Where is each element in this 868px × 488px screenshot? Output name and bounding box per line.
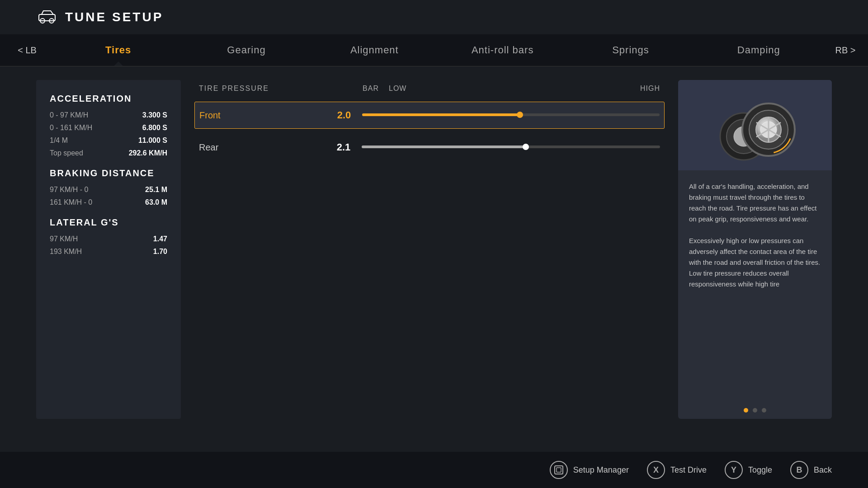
stat-row-topspeed: Top speed 292.6 KM/H (50, 149, 167, 157)
rear-slider-fill (362, 145, 526, 148)
high-label: HIGH (601, 84, 660, 93)
tab-antiroll[interactable]: Anti-roll bars (439, 34, 566, 66)
info-image-area (678, 80, 832, 170)
stat-row-0-97: 0 - 97 KM/H 3.300 S (50, 111, 167, 119)
stat-row-lat-193: 193 KM/H 1.70 (50, 248, 167, 256)
car-icon (36, 8, 58, 26)
toggle-label: Toggle (748, 465, 772, 475)
dot-3[interactable] (762, 408, 766, 413)
info-description: All of a car's handling, acceleration, a… (678, 170, 832, 402)
svg-rect-14 (555, 466, 563, 474)
back-button[interactable]: B Back (790, 461, 832, 479)
b-button-icon: B (790, 461, 808, 479)
front-slider-fill (362, 113, 520, 116)
stat-row-lat-97: 97 KM/H 1.47 (50, 235, 167, 243)
stat-row-brake-161: 161 KM/H - 0 63.0 M (50, 198, 167, 206)
tire-pressure-label: TIRE PRESSURE (199, 84, 353, 93)
nav-lb[interactable]: < LB (0, 35, 54, 66)
front-slider-track[interactable] (362, 113, 660, 117)
bar-label: BAR (353, 84, 389, 93)
tab-alignment[interactable]: Alignment (311, 34, 439, 66)
svg-rect-0 (39, 14, 55, 21)
stat-row-0-161: 0 - 161 KM/H 6.800 S (50, 124, 167, 132)
nav-rb[interactable]: RB > (823, 35, 868, 66)
nav-tabs: < LB Tires Gearing Alignment Anti-roll b… (0, 34, 868, 66)
setup-manager-icon (550, 461, 568, 479)
acceleration-title: ACCELERATION (50, 94, 167, 104)
tab-damping[interactable]: Damping (695, 34, 823, 66)
dot-2[interactable] (753, 408, 757, 413)
svg-rect-15 (557, 468, 561, 472)
stats-panel: ACCELERATION 0 - 97 KM/H 3.300 S 0 - 161… (36, 80, 181, 419)
rear-value: 2.1 (326, 141, 362, 153)
front-slider-thumb (517, 112, 523, 118)
braking-title: BRAKING DISTANCE (50, 168, 167, 178)
tuning-panel: TIRE PRESSURE BAR LOW HIGH Front 2.0 Rea… (194, 80, 665, 419)
front-label: Front (199, 110, 326, 121)
tire-pressure-header: TIRE PRESSURE BAR LOW HIGH (194, 84, 665, 93)
tab-springs[interactable]: Springs (566, 34, 694, 66)
page-title: TUNE SETUP (65, 10, 163, 24)
setup-manager-button[interactable]: Setup Manager (550, 461, 629, 479)
front-value: 2.0 (326, 109, 362, 121)
slider-rear[interactable]: Rear 2.1 (194, 134, 665, 160)
setup-manager-label: Setup Manager (573, 465, 629, 475)
info-panel: All of a car's handling, acceleration, a… (678, 80, 832, 419)
dot-1[interactable] (744, 408, 748, 413)
slider-front[interactable]: Front 2.0 (194, 102, 665, 129)
stat-row-quarter: 1/4 M 11.000 S (50, 136, 167, 145)
info-dots (678, 402, 832, 419)
lateral-title: LATERAL G'S (50, 217, 167, 228)
test-drive-button[interactable]: X Test Drive (647, 461, 707, 479)
tire-illustration (710, 89, 800, 161)
tab-gearing[interactable]: Gearing (182, 34, 310, 66)
low-label: LOW (389, 84, 448, 93)
tab-tires[interactable]: Tires (54, 34, 182, 66)
rear-label: Rear (199, 142, 326, 153)
back-label: Back (814, 465, 832, 475)
bottom-bar: Setup Manager X Test Drive Y Toggle B Ba… (0, 452, 868, 488)
toggle-button[interactable]: Y Toggle (725, 461, 772, 479)
rear-slider-track[interactable] (362, 145, 660, 149)
x-button-icon: X (647, 461, 665, 479)
test-drive-label: Test Drive (670, 465, 707, 475)
header: TUNE SETUP (0, 0, 868, 34)
y-button-icon: Y (725, 461, 743, 479)
stat-row-brake-97: 97 KM/H - 0 25.1 M (50, 186, 167, 194)
rear-slider-thumb (523, 144, 529, 150)
main-content: ACCELERATION 0 - 97 KM/H 3.300 S 0 - 161… (0, 66, 868, 432)
